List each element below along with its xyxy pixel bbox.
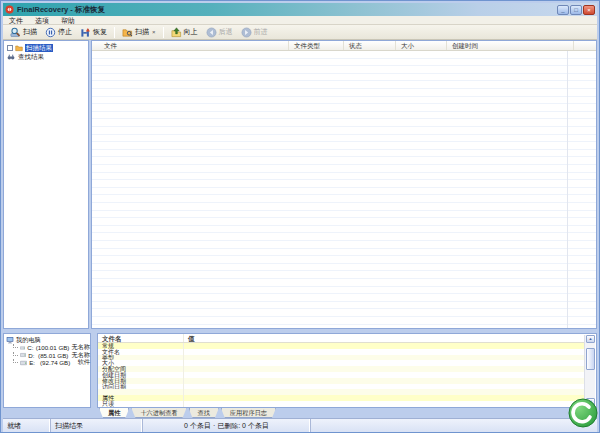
tree-connector <box>13 352 18 356</box>
back-button-label: 后退 <box>219 27 233 37</box>
drive-label: 软件 <box>78 358 90 367</box>
menu-options[interactable]: 选项 <box>29 16 55 25</box>
scroll-thumb[interactable] <box>586 348 595 370</box>
file-list-body[interactable] <box>92 51 596 328</box>
bottom-tab-strip: 属性 十六进制查看 查找 应用程序日志 <box>3 408 597 418</box>
search-scan-badge: × <box>152 29 156 35</box>
tab-properties[interactable]: 属性 <box>99 408 129 418</box>
bottom-area: 我的电脑 C: (100.01 GB) 无名称 D: (85.01 <box>3 333 597 408</box>
menu-help[interactable]: 帮助 <box>55 16 81 25</box>
properties-panel: 文件名 值 常规 文件名 类型 大小 分配空间 <box>97 333 597 408</box>
forward-button-label: 前进 <box>254 27 268 37</box>
drive-size: (92.74 GB) <box>40 359 76 366</box>
scan-button-label: 扫描 <box>23 27 37 37</box>
search-scan-button-label: 扫描 <box>135 27 149 37</box>
recover-icon <box>80 27 91 38</box>
folder-icon <box>15 44 23 52</box>
properties-name-header: 文件名 <box>98 334 184 342</box>
stop-button[interactable]: 停止 <box>41 26 76 39</box>
drive-letter: C: <box>27 344 34 351</box>
column-header-created[interactable]: 创建时间 <box>447 41 574 50</box>
up-button[interactable]: 向上 <box>167 26 202 39</box>
maximize-button[interactable]: □ <box>570 5 582 15</box>
computer-icon <box>6 336 14 344</box>
column-header-size[interactable]: 大小 <box>396 41 447 50</box>
recover-button[interactable]: 恢复 <box>76 26 111 39</box>
status-bar: 就绪 扫描结果 0 个条目 · 已删除: 0 个条目 <box>3 418 597 432</box>
status-filler <box>311 419 597 432</box>
toolbar-separator <box>163 27 164 38</box>
scan-icon <box>10 27 21 38</box>
scan-button[interactable]: 扫描 <box>6 26 41 39</box>
drives-panel: 我的电脑 C: (100.01 GB) 无名称 D: (85.01 <box>3 333 91 408</box>
title-bar: FinalRecovery - 标准恢复 _ □ × <box>3 3 597 16</box>
checkbox[interactable] <box>7 45 13 51</box>
watermark-badge <box>568 398 598 428</box>
up-button-label: 向上 <box>184 27 198 37</box>
toolbar-separator <box>114 27 115 38</box>
tree-item-label: 查找结果 <box>17 53 45 61</box>
tree-item-find-results[interactable]: 查找结果 <box>4 52 88 61</box>
forward-button[interactable]: 前进 <box>237 26 272 39</box>
tree-item-scan-results[interactable]: 扫描结果 <box>4 43 88 52</box>
toolbar: 扫描 停止 恢复 扫描 <box>3 25 597 40</box>
back-arrow-icon <box>206 27 217 38</box>
close-button[interactable]: × <box>583 5 595 15</box>
status-item-counts: 0 个条目 · 已删除: 0 个条目 <box>143 419 311 432</box>
properties-header: 文件名 值 <box>98 334 584 343</box>
properties-scrollbar[interactable]: ▲ ▼ <box>584 335 595 406</box>
folder-search-icon <box>122 27 133 38</box>
properties-grid: 文件名 值 常规 文件名 类型 大小 分配空间 <box>98 334 584 407</box>
column-header-file[interactable]: 文件 <box>92 41 289 50</box>
app-icon <box>5 5 14 14</box>
drive-letter: E: <box>29 359 38 366</box>
drive-icon <box>20 345 25 351</box>
tree-item-label: 扫描结果 <box>25 44 53 52</box>
drive-letter: D: <box>28 352 36 359</box>
property-row-readonly: 只读 <box>98 401 584 407</box>
properties-value-header: 值 <box>184 334 584 342</box>
status-ready: 就绪 <box>3 419 51 432</box>
binoculars-icon <box>7 53 15 61</box>
tree-connector <box>13 344 18 348</box>
recover-button-label: 恢复 <box>93 27 107 37</box>
tab-hex-viewer[interactable]: 十六进制查看 <box>131 408 186 418</box>
stop-button-label: 停止 <box>58 27 72 37</box>
drive-icon <box>20 360 27 366</box>
my-computer-label: 我的电脑 <box>16 336 41 345</box>
window-title: FinalRecovery - 标准恢复 <box>17 5 556 15</box>
column-header-filetype[interactable]: 文件类型 <box>289 41 344 50</box>
drive-icon <box>20 352 26 358</box>
minimize-button[interactable]: _ <box>557 5 569 15</box>
tree-connector <box>13 359 18 363</box>
drive-size: (100.01 GB) <box>36 344 70 351</box>
forward-arrow-icon <box>241 27 252 38</box>
results-tree-panel: 扫描结果 查找结果 <box>3 40 89 329</box>
stop-icon <box>45 27 56 38</box>
scroll-up-arrow[interactable]: ▲ <box>586 335 595 343</box>
up-arrow-icon <box>171 27 182 38</box>
tab-find[interactable]: 查找 <box>189 408 219 418</box>
file-list: 文件 文件类型 状态 大小 创建时间 <box>91 40 597 329</box>
status-panel-name: 扫描结果 <box>51 419 143 432</box>
app-window: FinalRecovery - 标准恢复 _ □ × 文件 选项 帮助 扫描 停… <box>0 0 600 433</box>
menu-bar: 文件 选项 帮助 <box>3 16 597 25</box>
main-area: 扫描结果 查找结果 文件 文件类型 状态 大小 创建时间 <box>3 40 597 329</box>
column-header-status[interactable]: 状态 <box>344 41 396 50</box>
menu-file[interactable]: 文件 <box>3 16 29 25</box>
column-header-filler <box>574 41 596 50</box>
search-scan-button[interactable]: 扫描 × <box>118 26 160 39</box>
drive-row-e[interactable]: E: (92.74 GB) 软件 <box>4 359 90 367</box>
back-button[interactable]: 后退 <box>202 26 237 39</box>
file-list-header: 文件 文件类型 状态 大小 创建时间 <box>92 41 596 51</box>
drive-size: (85.01 GB) <box>38 352 69 359</box>
tab-application-log[interactable]: 应用程序日志 <box>221 408 276 418</box>
